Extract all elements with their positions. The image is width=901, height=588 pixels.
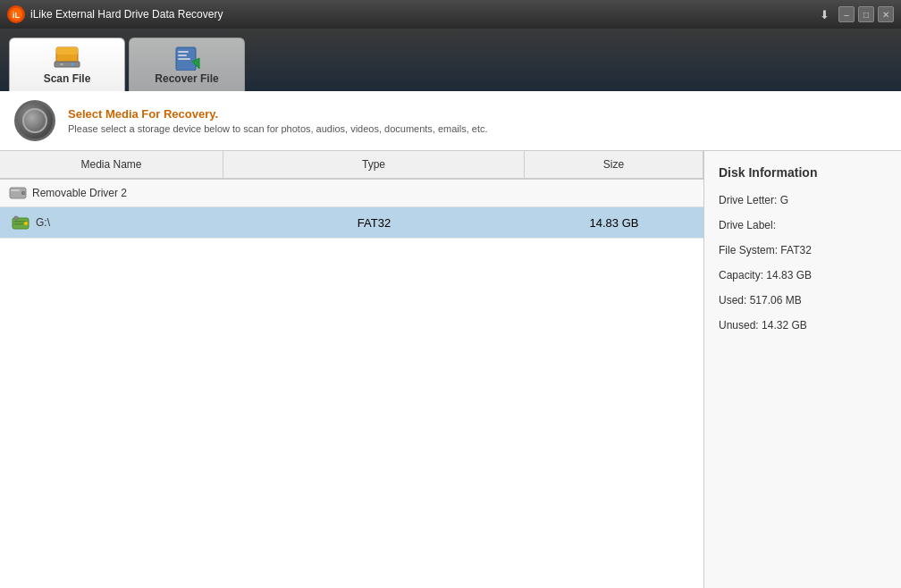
drive-size: 14.83 GB [590,216,639,230]
svg-rect-18 [14,223,23,225]
drive-label-g: G:\ [36,216,50,229]
disk-info-sidebar: Disk Information Drive Letter: G Drive L… [704,151,901,588]
main-content: Select Media For Recovery. Please select… [0,91,901,588]
svg-point-19 [24,222,28,225]
group-label: Removable Driver 2 [32,187,127,199]
svg-rect-10 [178,58,190,60]
table-body: Removable Driver 2 [0,180,703,588]
svg-rect-5 [60,63,63,65]
svg-rect-3 [56,47,78,55]
disk-info-title: Disk Information [719,165,887,180]
drive-cell-size: 14.83 GB [525,209,703,237]
drive-cell-type: FAT32 [223,209,525,237]
svg-rect-16 [14,216,18,220]
info-text: Select Media For Recovery. Please select… [68,107,488,134]
drive-group-removable: Removable Driver 2 [0,180,703,207]
recover-file-icon [173,46,201,71]
svg-rect-9 [178,55,187,56]
column-header-type: Type [223,151,525,178]
drive-row-g[interactable]: G:\ FAT32 14.83 GB [0,207,703,239]
column-header-media: Media Name [0,151,223,178]
usb-drive-icon [11,214,30,231]
drive-cell-media: G:\ [0,207,223,238]
maximize-button[interactable]: □ [858,6,874,22]
tab-recover-file-label: Recover File [155,72,218,85]
info-subtext: Please select a storage device below to … [68,123,488,134]
column-header-size: Size [525,151,703,178]
download-icon[interactable]: ⬇ [815,5,833,23]
disk-capacity: Capacity: 14.83 GB [719,269,887,281]
disk-drive-letter: Drive Letter: G [719,194,887,206]
info-headline: Select Media For Recovery. [68,107,488,121]
app-title: iLike External Hard Drive Data Recovery [30,8,815,21]
svg-rect-8 [178,51,189,53]
table-area: Media Name Type Size Removable Dri [0,151,704,588]
svg-text:iL: iL [13,11,21,20]
svg-point-6 [72,63,74,65]
app-icon: iL [7,5,25,23]
svg-point-14 [22,192,24,194]
window-controls: – □ ✕ [838,6,894,22]
svg-rect-4 [55,62,80,67]
disk-drive-label: Drive Label: [719,219,887,231]
table-header: Media Name Type Size [0,151,703,180]
hdd-icon [9,186,27,200]
disk-unused: Unused: 14.32 GB [719,319,887,332]
svg-rect-12 [11,189,20,191]
tab-scan-file-label: Scan File [44,72,91,85]
tab-scan-file[interactable]: Scan File [9,38,125,91]
disk-used: Used: 517.06 MB [719,294,887,307]
info-bar: Select Media For Recovery. Please select… [0,91,901,151]
tab-recover-file[interactable]: Recover File [129,38,245,91]
scan-file-icon [53,46,81,71]
tab-bar: Scan File Recover File [0,29,901,91]
scan-status-icon [14,100,55,141]
content-area: Media Name Type Size Removable Dri [0,151,901,588]
close-button[interactable]: ✕ [878,6,894,22]
minimize-button[interactable]: – [838,6,855,22]
title-bar: iL iLike External Hard Drive Data Recove… [0,0,901,29]
drive-type: FAT32 [358,216,391,230]
disk-file-system: File System: FAT32 [719,244,887,256]
